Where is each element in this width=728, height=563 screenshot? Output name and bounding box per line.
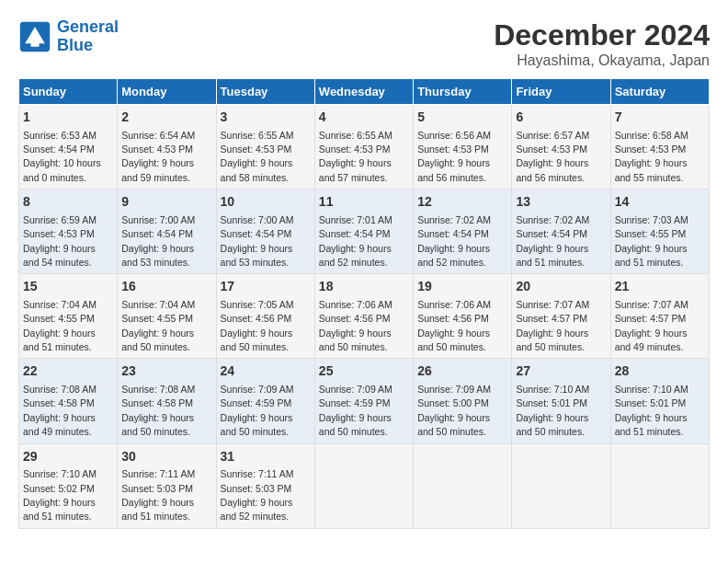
calendar-cell: 6 Sunrise: 6:57 AMSunset: 4:53 PMDayligh… [512,105,610,190]
day-info: Sunrise: 7:04 AMSunset: 4:55 PMDaylight:… [121,299,195,352]
calendar-week-row: 8 Sunrise: 6:59 AMSunset: 4:53 PMDayligh… [19,190,710,274]
weekday-header-sunday: Sunday [19,79,118,105]
calendar-week-row: 15 Sunrise: 7:04 AMSunset: 4:55 PMDaylig… [19,274,710,359]
calendar-cell: 21 Sunrise: 7:07 AMSunset: 4:57 PMDaylig… [610,274,709,359]
day-number: 7 [615,109,705,127]
day-number: 29 [23,448,113,466]
day-number: 18 [319,278,409,296]
day-number: 23 [121,362,211,381]
day-info: Sunrise: 6:58 AMSunset: 4:53 PMDaylight:… [615,130,688,183]
calendar-cell: 20 Sunrise: 7:07 AMSunset: 4:57 PMDaylig… [512,274,610,359]
day-info: Sunrise: 7:07 AMSunset: 4:57 PMDaylight:… [615,299,688,352]
calendar-cell: 9 Sunrise: 7:00 AMSunset: 4:54 PMDayligh… [118,190,216,274]
day-info: Sunrise: 7:10 AMSunset: 5:02 PMDaylight:… [23,468,97,522]
weekday-header-friday: Friday [512,79,610,105]
day-info: Sunrise: 6:55 AMSunset: 4:53 PMDaylight:… [319,130,392,183]
weekday-header-monday: Monday [118,79,216,105]
day-number: 9 [121,193,211,212]
day-number: 6 [516,109,606,127]
calendar-cell: 10 Sunrise: 7:00 AMSunset: 4:54 PMDaylig… [216,190,314,274]
day-info: Sunrise: 7:01 AMSunset: 4:54 PMDaylight:… [319,214,392,268]
day-info: Sunrise: 7:04 AMSunset: 4:55 PMDaylight:… [23,299,97,352]
calendar-week-row: 29 Sunrise: 7:10 AMSunset: 5:02 PMDaylig… [19,443,710,528]
day-info: Sunrise: 6:57 AMSunset: 4:53 PMDaylight:… [516,130,589,183]
calendar-table: SundayMondayTuesdayWednesdayThursdayFrid… [18,78,710,529]
calendar-week-row: 1 Sunrise: 6:53 AMSunset: 4:54 PMDayligh… [19,105,710,190]
weekday-header-wednesday: Wednesday [314,79,413,105]
day-info: Sunrise: 7:02 AMSunset: 4:54 PMDaylight:… [417,214,491,268]
calendar-cell: 22 Sunrise: 7:08 AMSunset: 4:58 PMDaylig… [19,359,118,443]
calendar-cell: 30 Sunrise: 7:11 AMSunset: 5:03 PMDaylig… [118,443,216,528]
calendar-cell: 4 Sunrise: 6:55 AMSunset: 4:53 PMDayligh… [314,105,413,190]
calendar-cell: 29 Sunrise: 7:10 AMSunset: 5:02 PMDaylig… [19,443,118,528]
day-number: 11 [319,193,409,212]
calendar-cell [314,443,413,528]
day-info: Sunrise: 6:55 AMSunset: 4:53 PMDaylight:… [221,130,294,183]
day-info: Sunrise: 7:00 AMSunset: 4:54 PMDaylight:… [121,214,195,268]
day-info: Sunrise: 7:06 AMSunset: 4:56 PMDaylight:… [319,299,392,352]
calendar-cell: 16 Sunrise: 7:04 AMSunset: 4:55 PMDaylig… [118,274,216,359]
day-info: Sunrise: 6:59 AMSunset: 4:53 PMDaylight:… [23,214,97,268]
day-number: 17 [221,278,311,296]
calendar-cell [512,443,610,528]
day-number: 21 [615,278,705,296]
day-number: 3 [221,109,311,127]
day-number: 28 [615,362,705,381]
logo-general: General [57,17,119,36]
weekday-header-row: SundayMondayTuesdayWednesdayThursdayFrid… [19,79,710,105]
day-info: Sunrise: 6:56 AMSunset: 4:53 PMDaylight:… [417,130,491,183]
day-info: Sunrise: 7:11 AMSunset: 5:03 PMDaylight:… [221,468,294,522]
day-number: 14 [615,193,705,212]
calendar-cell: 26 Sunrise: 7:09 AMSunset: 5:00 PMDaylig… [414,359,512,443]
day-info: Sunrise: 7:08 AMSunset: 4:58 PMDaylight:… [23,384,97,437]
day-info: Sunrise: 7:09 AMSunset: 4:59 PMDaylight:… [319,384,392,437]
calendar-cell: 8 Sunrise: 6:59 AMSunset: 4:53 PMDayligh… [19,190,118,274]
day-number: 22 [23,362,113,381]
day-number: 10 [221,193,311,212]
svg-rect-2 [31,39,40,47]
calendar-cell [414,443,512,528]
day-number: 25 [319,362,409,381]
calendar-week-row: 22 Sunrise: 7:08 AMSunset: 4:58 PMDaylig… [19,359,710,443]
calendar-cell [610,443,709,528]
weekday-header-thursday: Thursday [414,79,512,105]
logo-text: General Blue [57,18,119,55]
calendar-cell: 17 Sunrise: 7:05 AMSunset: 4:56 PMDaylig… [216,274,314,359]
day-number: 12 [417,193,507,212]
calendar-cell: 15 Sunrise: 7:04 AMSunset: 4:55 PMDaylig… [19,274,118,359]
day-info: Sunrise: 7:09 AMSunset: 4:59 PMDaylight:… [221,384,294,437]
day-info: Sunrise: 7:10 AMSunset: 5:01 PMDaylight:… [615,384,688,437]
day-info: Sunrise: 7:08 AMSunset: 4:58 PMDaylight:… [121,384,195,437]
calendar-cell: 3 Sunrise: 6:55 AMSunset: 4:53 PMDayligh… [216,105,314,190]
day-number: 19 [417,278,507,296]
day-info: Sunrise: 7:02 AMSunset: 4:54 PMDaylight:… [516,214,589,268]
day-info: Sunrise: 7:09 AMSunset: 5:00 PMDaylight:… [417,384,491,437]
day-info: Sunrise: 7:06 AMSunset: 4:56 PMDaylight:… [417,299,491,352]
day-number: 26 [417,362,507,381]
day-number: 4 [319,109,409,127]
day-info: Sunrise: 7:03 AMSunset: 4:55 PMDaylight:… [615,214,688,268]
calendar-cell: 25 Sunrise: 7:09 AMSunset: 4:59 PMDaylig… [314,359,413,443]
logo-blue: Blue [57,36,93,54]
day-info: Sunrise: 7:07 AMSunset: 4:57 PMDaylight:… [516,299,589,352]
day-info: Sunrise: 7:00 AMSunset: 4:54 PMDaylight:… [221,214,294,268]
calendar-cell: 12 Sunrise: 7:02 AMSunset: 4:54 PMDaylig… [414,190,512,274]
calendar-cell: 24 Sunrise: 7:09 AMSunset: 4:59 PMDaylig… [216,359,314,443]
calendar-cell: 1 Sunrise: 6:53 AMSunset: 4:54 PMDayligh… [19,105,118,190]
day-number: 16 [121,278,211,296]
day-number: 30 [121,448,211,466]
day-info: Sunrise: 6:53 AMSunset: 4:54 PMDaylight:… [23,130,101,183]
calendar-cell: 2 Sunrise: 6:54 AMSunset: 4:53 PMDayligh… [118,105,216,190]
calendar-cell: 18 Sunrise: 7:06 AMSunset: 4:56 PMDaylig… [314,274,413,359]
day-number: 24 [221,362,311,381]
day-number: 27 [516,362,606,381]
day-number: 20 [516,278,606,296]
calendar-cell: 13 Sunrise: 7:02 AMSunset: 4:54 PMDaylig… [512,190,610,274]
calendar-cell: 19 Sunrise: 7:06 AMSunset: 4:56 PMDaylig… [414,274,512,359]
day-number: 31 [221,448,311,466]
day-info: Sunrise: 7:10 AMSunset: 5:01 PMDaylight:… [516,384,589,437]
page-subtitle: Hayashima, Okayama, Japan [494,52,710,69]
page-title: December 2024 [494,18,710,52]
day-number: 2 [121,109,211,127]
weekday-header-tuesday: Tuesday [216,79,314,105]
